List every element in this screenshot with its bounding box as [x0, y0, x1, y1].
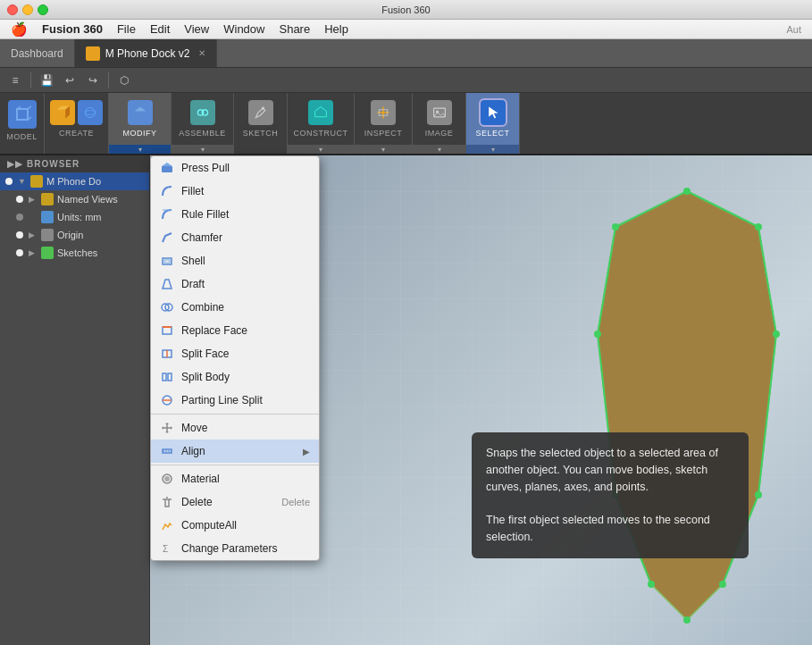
delete-shortcut: Delete [281, 497, 310, 507]
svg-rect-29 [163, 327, 172, 334]
visibility-toggle-root[interactable] [5, 178, 13, 185]
tab-close-button[interactable]: ✕ [198, 48, 205, 58]
menu-item-shell-label: Shell [181, 255, 205, 267]
menu-item-combine-label: Combine [181, 301, 224, 314]
section-modify[interactable]: MODIFY ▾ [109, 93, 172, 154]
inspect-dropdown-arrow[interactable]: ▾ [355, 145, 412, 154]
menu-window[interactable]: Window [216, 21, 272, 38]
tree-sketches[interactable]: ▶ Sketches [11, 244, 149, 262]
tree-toggle-named-views[interactable]: ▶ [29, 195, 38, 204]
tree-toggle-origin[interactable]: ▶ [29, 230, 38, 239]
tree-toggle-root[interactable]: ▼ [18, 177, 27, 186]
menu-item-chamfer-label: Chamfer [181, 231, 222, 244]
tab-dashboard-label: Dashboard [11, 47, 63, 60]
svg-point-55 [683, 616, 691, 624]
menu-item-rule-fillet[interactable]: Rule Fillet [151, 203, 319, 226]
section-create-label: CREATE [59, 129, 94, 141]
menu-item-align-label: Align [181, 445, 205, 457]
menu-item-press-pull[interactable]: Press Pull [151, 156, 319, 180]
menu-item-split-face[interactable]: Split Face [151, 342, 319, 365]
menu-item-replace-face[interactable]: Replace Face [151, 319, 319, 342]
svg-marker-42 [171, 426, 172, 430]
menu-item-draft[interactable]: Draft [151, 272, 319, 296]
svg-marker-20 [489, 107, 498, 119]
sidebar-title: BROWSER [27, 159, 80, 169]
redo-button[interactable]: ↪ [83, 71, 103, 90]
modify-dropdown-arrow[interactable]: ▾ [109, 145, 171, 154]
section-create[interactable]: CREATE [45, 93, 109, 154]
tab-dashboard[interactable]: Dashboard [0, 39, 75, 67]
visibility-toggle-named-views[interactable] [16, 196, 23, 203]
section-sketch-label: SKETCH [243, 129, 279, 141]
menu-item-compute-all[interactable]: ComputeAll [151, 514, 319, 537]
svg-point-12 [202, 110, 207, 115]
section-image-label: IMAGE [425, 129, 454, 141]
change-parameters-icon: Σ [160, 541, 174, 556]
section-model[interactable]: MODEL [0, 93, 45, 154]
tree-label-units: Units: mm [57, 212, 102, 222]
menu-view[interactable]: View [177, 21, 216, 38]
menu-item-align[interactable]: Align ▶ [151, 440, 319, 463]
svg-line-2 [28, 106, 31, 109]
menu-item-delete[interactable]: Delete Delete [151, 490, 319, 514]
svg-point-7 [85, 107, 95, 117]
menu-item-combine[interactable]: Combine [151, 296, 319, 319]
main-toolbar: MODEL CREATE MODIFY ▾ ASSEMBLE [0, 93, 812, 155]
menu-help[interactable]: Help [317, 21, 356, 38]
tree-root[interactable]: ▼ M Phone Do [0, 172, 149, 190]
close-button[interactable] [7, 4, 18, 15]
menu-item-change-parameters[interactable]: Σ Change Parameters [151, 537, 319, 560]
tree-label-sketches: Sketches [57, 247, 97, 258]
section-construct[interactable]: CONSTRUCT ▾ [288, 93, 355, 154]
menu-item-draft-label: Draft [181, 278, 205, 290]
save-button[interactable]: 💾 [37, 71, 56, 90]
maximize-button[interactable] [38, 4, 48, 15]
menu-share[interactable]: Share [272, 21, 317, 38]
svg-point-59 [612, 223, 619, 230]
visibility-toggle-origin[interactable] [16, 231, 23, 239]
visibility-toggle-sketches[interactable] [16, 249, 23, 256]
menu-item-shell[interactable]: Shell [151, 249, 319, 272]
construct-dropdown-arrow[interactable]: ▾ [288, 145, 354, 154]
hamburger-button[interactable]: ≡ [5, 71, 25, 90]
tree-toggle-sketches[interactable]: ▶ [29, 248, 38, 257]
material-icon [160, 472, 174, 486]
section-select[interactable]: SELECT ▾ [466, 93, 520, 154]
tree-origin[interactable]: ▶ Origin [11, 226, 149, 244]
section-inspect[interactable]: INSPECT ▾ [355, 93, 413, 154]
tree-units[interactable]: Units: mm [11, 208, 149, 226]
content-area: ▶▶ BROWSER ▼ M Phone Do ▶ Named Views Un… [0, 155, 812, 645]
menu-item-press-pull-label: Press Pull [181, 162, 230, 174]
sidebar-expand-icon[interactable]: ▶▶ [7, 159, 23, 169]
menu-item-material[interactable]: Material [151, 467, 319, 490]
section-assemble[interactable]: ASSEMBLE ▾ [172, 93, 234, 154]
visibility-toggle-units[interactable] [16, 214, 23, 221]
tab-phone-dock[interactable]: M Phone Dock v2 ✕ [75, 39, 218, 67]
align-tooltip: Snaps the selected object to a selected … [472, 432, 749, 558]
menu-bar: 🍎 Fusion 360 File Edit View Window Share… [0, 20, 812, 39]
apple-menu[interactable]: 🍎 [4, 20, 35, 39]
menu-item-fillet[interactable]: Fillet [151, 180, 319, 203]
tree-icon-named-views [41, 193, 54, 205]
draft-icon [160, 277, 174, 291]
menu-item-chamfer[interactable]: Chamfer [151, 226, 319, 249]
menu-edit[interactable]: Edit [143, 21, 177, 38]
menu-item-parting-line-split[interactable]: Parting Line Split [151, 389, 319, 412]
menu-item-move[interactable]: Move [151, 416, 319, 440]
menu-item-split-face-label: Split Face [181, 348, 229, 360]
tree-named-views[interactable]: ▶ Named Views [11, 190, 149, 208]
select-dropdown-arrow[interactable]: ▾ [466, 145, 519, 154]
assemble-dropdown-arrow[interactable]: ▾ [172, 145, 233, 154]
share-button[interactable]: ⬡ [114, 71, 134, 90]
model-cube-icon [8, 100, 37, 129]
section-sketch[interactable]: SKETCH [234, 93, 288, 154]
undo-button[interactable]: ↩ [60, 71, 80, 90]
minimize-button[interactable] [22, 4, 33, 15]
menu-file[interactable]: File [110, 21, 143, 38]
menu-item-split-body[interactable]: Split Body [151, 365, 319, 389]
section-image[interactable]: IMAGE ▾ [413, 93, 466, 154]
svg-rect-4 [57, 110, 66, 119]
image-dropdown-arrow[interactable]: ▾ [413, 145, 465, 154]
title-bar: Fusion 360 [0, 0, 812, 20]
svg-point-52 [773, 331, 780, 338]
